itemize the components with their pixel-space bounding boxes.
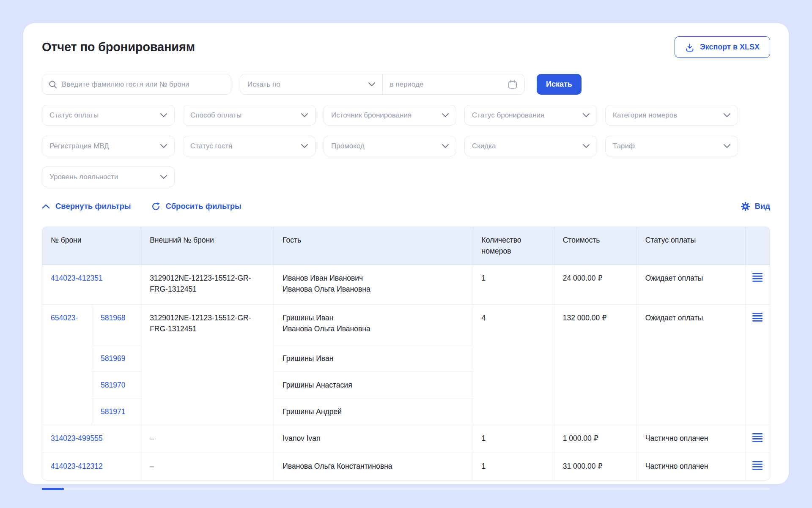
external-number-cell: 3129012NE-12123-15512-GR-FRG-1312451 [141,265,274,305]
filter-label: Статус оплаты [49,111,99,120]
filter-label: Категория номеров [613,111,677,120]
price-cell: 31 000.00 ₽ [554,453,637,480]
guest-name: Иванов Иван Иванович [283,273,464,284]
chevron-down-icon [442,113,449,117]
horizontal-scrollbar-track[interactable] [42,488,770,490]
price-cell: 1 000.00 ₽ [554,425,637,453]
filter-label: Промокод [331,142,365,150]
search-by-select[interactable]: Искать по [240,74,382,94]
search-input[interactable] [62,80,225,89]
guest-cell: Гришины Иван [274,345,473,372]
external-number-cell: 3129012NE-12123-15512-GR-FRG-1312451 [141,305,274,426]
rooms-count-cell: 4 [473,305,554,426]
guest-name: Иванова Ольга Ивановна [283,323,464,334]
filter-loyalty-level[interactable]: Уровень лояльности [42,167,175,187]
column-header-price: Стоимость [554,227,637,265]
filters-panel: Статус оплаты Способ оплаты Источник бро… [42,105,744,187]
column-header-guest: Гость [274,227,473,265]
collapse-filters-label: Свернуть фильтры [55,202,131,211]
guest-cell: Иванов Иван Иванович Иванова Ольга Ивано… [274,265,473,305]
calendar-icon [508,80,517,89]
reset-filters-link[interactable]: Сбросить фильтры [151,202,241,211]
chevron-up-icon [42,204,50,209]
chevron-down-icon [160,175,167,179]
filter-label: Регистрация МВД [49,142,109,150]
filter-booking-source[interactable]: Источник бронирования [324,105,456,126]
filter-promocode[interactable]: Промокод [324,136,456,156]
filter-payment-status[interactable]: Статус оплаты [42,105,175,126]
export-xlsx-button[interactable]: Экспорт в XLSX [675,36,770,58]
filter-room-category[interactable]: Категория номеров [605,105,738,126]
guest-cell: Гришины Анастасия [274,372,473,399]
chevron-down-icon [442,144,449,148]
chevron-down-icon [724,144,730,148]
filter-actions-row: Свернуть фильтры Сбросить фильтры [42,201,770,212]
export-label: Экспорт в XLSX [700,43,760,52]
column-header-booking-no: № брони [42,227,141,265]
filter-mvd-registration[interactable]: Регистрация МВД [42,136,175,156]
menu-icon [752,313,763,322]
filter-label: Источник бронирования [331,111,411,120]
download-icon [685,43,694,52]
filter-label: Способ оплаты [190,111,241,120]
filter-label: Скидка [472,142,496,150]
filter-tariff[interactable]: Тариф [605,136,738,156]
filter-label: Тариф [613,142,635,150]
sub-booking-number-link[interactable]: 581971 [101,407,125,416]
page-background: { "accent_color": "#2b59e0", "header": {… [0,0,812,508]
booking-number-link[interactable]: 414023-412312 [51,462,103,470]
external-number-cell: – [141,425,274,453]
chevron-down-icon [301,113,308,117]
guest-cell: Ivanov Ivan [274,425,473,453]
reset-filters-label: Сбросить фильтры [166,202,241,211]
view-settings-link[interactable]: Вид [741,202,770,211]
search-button[interactable]: Искать [537,74,582,95]
row-menu-button[interactable] [752,312,763,322]
filter-payment-method[interactable]: Способ оплаты [183,105,315,126]
period-placeholder: в периоде [390,80,424,89]
row-menu-button[interactable] [752,432,763,443]
gear-icon [741,202,750,211]
external-number-cell: – [141,453,274,480]
guest-cell: Гришины Иван Иванова Ольга Ивановна [274,305,473,345]
guest-cell: Иванова Ольга Константиновна [274,453,473,480]
column-header-actions [746,227,770,265]
chevron-down-icon [368,82,375,86]
search-icon [49,80,57,89]
row-menu-button[interactable] [752,272,763,283]
table-row: 414023-412312 – Иванова Ольга Константин… [42,453,770,480]
sub-booking-number-link[interactable]: 581970 [101,381,125,389]
booking-number-link[interactable]: 314023-499555 [51,434,103,442]
sub-booking-number-link[interactable]: 581969 [101,354,125,363]
collapse-filters-link[interactable]: Свернуть фильтры [42,202,131,211]
chevron-down-icon [583,144,590,148]
guest-cell: Гришины Андрей [274,399,473,425]
price-cell: 132 000.00 ₽ [554,305,637,426]
column-header-external-no: Внешний № брони [141,227,274,265]
chevron-down-icon [583,113,590,117]
price-cell: 24 000.00 ₽ [554,265,637,305]
payment-status-cell: Ожидает оплаты [637,265,746,305]
sub-booking-number-link[interactable]: 581968 [101,314,125,322]
booking-number-prefix-link[interactable]: 654023- [51,314,78,322]
filter-label: Статус бронирования [472,111,544,120]
guest-name: Гришины Иван [283,312,464,323]
horizontal-scrollbar-thumb[interactable] [42,488,64,490]
column-header-rooms-count: Количество номеров [473,227,554,265]
guest-name: Иванова Ольга Ивановна [283,284,464,295]
page-header: Отчет по бронированиям Экспорт в XLSX [42,36,770,58]
filter-label: Статус гостя [190,142,232,150]
menu-icon [752,433,763,442]
period-date-field[interactable]: в периоде [382,74,525,94]
booking-number-link[interactable]: 414023-412351 [51,274,103,282]
page-title: Отчет по бронированиям [42,40,195,54]
filter-discount[interactable]: Скидка [464,136,597,156]
chevron-down-icon [301,144,308,148]
filter-booking-status[interactable]: Статус бронирования [464,105,597,126]
search-row: Искать по в периоде Искать [42,74,770,95]
row-menu-button[interactable] [752,460,763,471]
payment-status-cell: Ожидает оплаты [637,305,746,426]
menu-icon [752,273,763,282]
filter-guest-status[interactable]: Статус гостя [183,136,315,156]
rooms-count-cell: 1 [473,425,554,453]
